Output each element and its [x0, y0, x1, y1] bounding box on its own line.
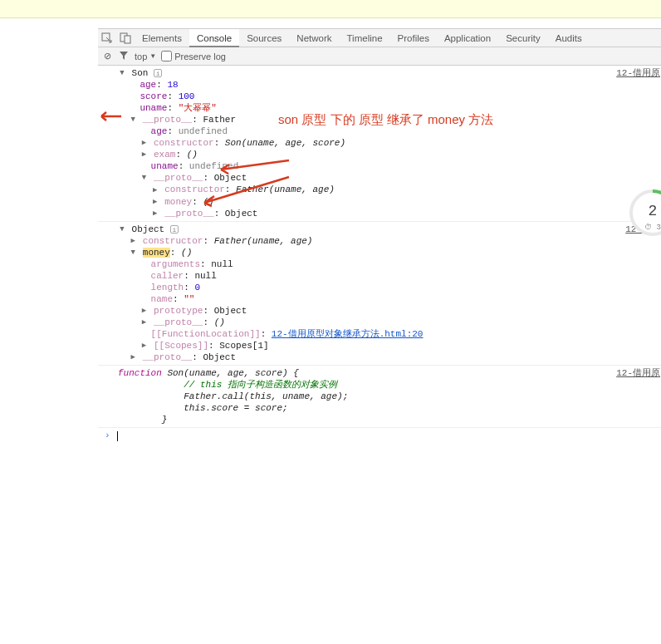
console-filterbar: ⊘ top ▼ Preserve log [98, 47, 661, 66]
expand-arrow-icon[interactable]: ▶ [151, 196, 159, 208]
expand-arrow-icon[interactable]: ▼ [118, 224, 126, 235]
gauge-widget: 2 ⏱ 3 [628, 188, 661, 238]
tab-network[interactable]: Network [289, 29, 339, 47]
devtools-panel: Elements Console Sources Network Timelin… [98, 28, 661, 644]
expand-arrow-icon[interactable]: ▶ [140, 317, 148, 328]
tab-security[interactable]: Security [498, 29, 548, 47]
preserve-log-input[interactable] [161, 51, 172, 61]
expand-arrow-icon[interactable]: ▶ [140, 340, 148, 351]
gauge-value: 2 [649, 203, 658, 219]
expand-arrow-icon[interactable]: ▶ [151, 184, 159, 196]
expand-arrow-icon[interactable]: ▶ [129, 235, 137, 247]
tab-timeline[interactable]: Timeline [340, 29, 390, 47]
context-selector[interactable]: top ▼ [135, 52, 156, 61]
device-icon[interactable] [116, 29, 135, 47]
clear-console-icon[interactable]: ⊘ [101, 51, 113, 61]
console-prompt[interactable] [98, 428, 661, 443]
tab-application[interactable]: Application [437, 29, 498, 47]
source-link[interactable]: 12-借用原 [616, 367, 660, 379]
filter-icon[interactable] [118, 52, 130, 61]
tab-audits[interactable]: Audits [548, 29, 590, 47]
page-banner [0, 0, 661, 18]
expand-arrow-icon[interactable]: ▶ [140, 149, 148, 160]
preserve-log-label: Preserve log [174, 52, 226, 61]
tab-profiles[interactable]: Profiles [390, 29, 437, 47]
svg-rect-2 [125, 36, 130, 43]
svg-text:⏱ 3: ⏱ 3 [644, 224, 661, 232]
object-tree[interactable]: ▼ Son i age: 18 score: 100 uname: "大幂幂" … [118, 67, 661, 219]
expand-arrow-icon[interactable]: ▶ [140, 305, 148, 317]
tab-sources[interactable]: Sources [239, 29, 289, 47]
tab-elements[interactable]: Elements [135, 29, 189, 47]
info-icon[interactable]: i [154, 69, 162, 77]
inspect-icon[interactable] [98, 29, 116, 47]
log-entry: 12-借用 ▼ Object i ▶ constructor: Father(u… [98, 222, 661, 366]
expand-arrow-icon[interactable]: ▼ [129, 247, 137, 258]
object-tree[interactable]: ▼ Object i ▶ constructor: Father(uname, … [118, 224, 661, 364]
log-entry: 12-借用原 ▼ Son i age: 18 score: 100 uname:… [98, 66, 661, 222]
source-link[interactable]: 12-借用原 [616, 67, 660, 79]
log-entry: 12-借用原 function Son(uname, age, score) {… [98, 366, 661, 428]
expand-arrow-icon[interactable]: ▼ [118, 67, 126, 79]
expand-arrow-icon[interactable]: ▶ [151, 208, 159, 219]
tab-console[interactable]: Console [189, 29, 239, 47]
devtools-tabs: Elements Console Sources Network Timelin… [98, 29, 661, 47]
info-icon[interactable]: i [170, 225, 179, 234]
console-output: 12-借用原 ▼ Son i age: 18 score: 100 uname:… [98, 66, 661, 644]
context-label: top [135, 52, 147, 61]
expand-arrow-icon[interactable]: ▼ [140, 172, 148, 184]
expand-arrow-icon[interactable]: ▶ [129, 351, 137, 363]
chevron-down-icon: ▼ [149, 52, 156, 60]
function-location-link[interactable]: 12-借用原型对象继承方法.html:20 [272, 329, 424, 339]
preserve-log-checkbox[interactable]: Preserve log [161, 51, 226, 61]
expand-arrow-icon[interactable]: ▼ [129, 114, 137, 125]
expand-arrow-icon[interactable]: ▶ [140, 137, 148, 149]
function-source: function Son(uname, age, score) { // thi… [118, 367, 661, 425]
